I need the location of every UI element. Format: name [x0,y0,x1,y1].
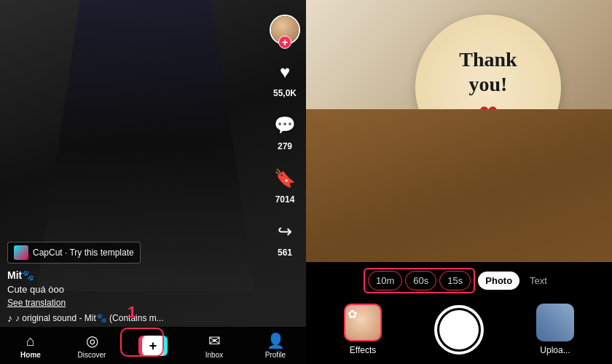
creator-avatar-container[interactable]: + [270,15,300,45]
upload-thumbnail [536,304,574,341]
upload-button[interactable]: Uploa... [536,304,574,355]
profile-icon: 👤 [267,332,285,349]
home-label: Home [20,351,41,359]
inbox-icon: ✉ [208,332,221,349]
create-button-inner: + [138,336,168,356]
bookmark-count: 7014 [275,194,295,205]
capcut-icon [14,245,28,260]
right-panel: Thank you! ❤ 2 3 10m 60s 15s Photo Text … [306,0,612,364]
nav-profile[interactable]: 👤 Profile [245,332,306,359]
duration-photo[interactable]: Photo [478,272,519,290]
camera-controls: 10m 60s 15s Photo Text ✿ Effects [306,262,612,364]
duration-text[interactable]: Text [522,272,554,290]
nav-discover[interactable]: ◎ Discover [61,332,122,359]
comment-button[interactable]: 💬 279 [271,111,299,151]
nav-home[interactable]: ⌂ Home [0,333,61,359]
effects-button[interactable]: ✿ Effects [344,304,382,355]
discover-icon: ◎ [86,332,98,349]
comment-icon: 💬 [271,111,299,139]
duration-10m[interactable]: 10m [368,271,402,290]
video-description: Cute quá òoo [7,284,266,295]
duration-bar: 10m 60s 15s Photo Text [306,262,612,298]
step1-badge: 1 [128,303,136,322]
effects-thumbnail: ✿ [344,304,382,341]
capture-inner [439,310,479,349]
capcut-banner[interactable]: CapCut · Try this template [7,242,141,264]
bookmark-button[interactable]: 🔖 7014 [271,165,299,205]
camera-bottom-row: ✿ Effects Uploa... [306,298,612,364]
upload-label: Uploa... [540,345,570,355]
like-button[interactable]: ♥ 55,0K [271,58,299,98]
effects-label: Effects [350,345,376,355]
thank-you-line1: Thank [459,47,517,72]
video-info: CapCut · Try this template Mit🐾 Cute quá… [7,242,266,324]
inbox-label: Inbox [205,351,223,359]
music-info: ♪ ♪ original sound - Mit🐾 (Contains m... [7,312,266,324]
heart-icon: ♥ [271,58,299,86]
share-count: 561 [278,248,292,258]
discover-label: Discover [78,351,106,359]
like-count: 55,0K [273,88,297,98]
duration-60s[interactable]: 60s [405,271,436,290]
profile-label: Profile [265,351,286,359]
capture-button[interactable] [434,305,484,355]
upload-thumb-image [536,304,574,341]
duration-outline: 10m 60s 15s [364,268,475,293]
follow-plus-badge[interactable]: + [278,36,291,49]
nav-inbox[interactable]: ✉ Inbox [184,332,245,359]
bookmark-icon: 🔖 [271,165,299,192]
home-icon: ⌂ [26,333,35,349]
nav-create[interactable]: + [122,336,184,356]
creator-username: Mit🐾 [7,269,266,281]
effects-flowers-icon: ✿ [348,307,357,321]
capcut-text: CapCut · Try this template [33,248,134,258]
left-panel: + ♥ 55,0K 💬 279 🔖 7014 ↪ 561 CapCut · Tr… [0,0,306,364]
bottom-navigation: ⌂ Home ◎ Discover + ✉ Inbox 👤 Profile [0,326,306,364]
see-translation-button[interactable]: See translation [7,298,266,308]
share-icon: ↪ [271,218,299,245]
right-sidebar: + ♥ 55,0K 💬 279 🔖 7014 ↪ 561 [270,15,300,258]
create-bg-white: + [142,336,164,356]
comment-count: 279 [278,141,292,151]
music-text: ♪ original sound - Mit🐾 (Contains m... [15,313,164,323]
music-note-icon: ♪ [7,312,12,324]
share-button[interactable]: ↪ 561 [271,218,299,258]
thank-you-line2: you! [469,72,508,97]
duration-15s[interactable]: 15s [439,271,471,290]
create-plus-icon: + [149,339,157,352]
